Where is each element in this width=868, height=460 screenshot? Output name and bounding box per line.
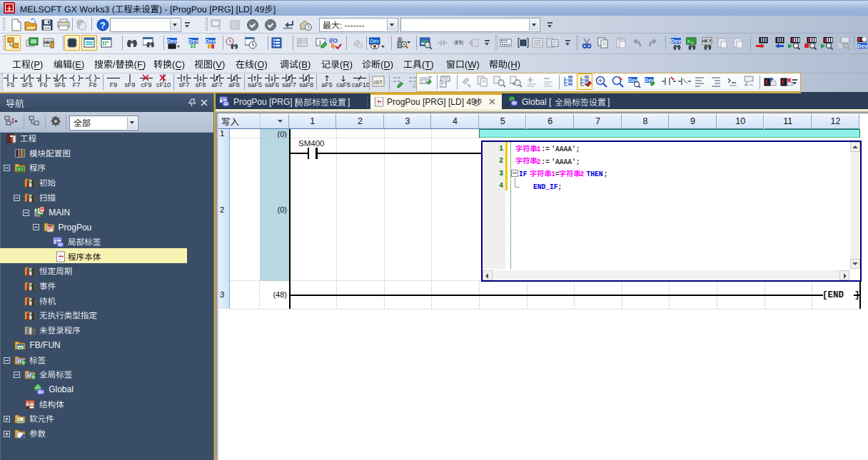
svg-text:IST: IST (374, 79, 383, 86)
svg-text:Dev: Dev (857, 43, 868, 49)
svg-text:Dev: Dev (167, 38, 178, 44)
svg-text:HKY: HKY (702, 39, 712, 44)
svg-text:I: I (318, 39, 322, 46)
svg-text:Dev: Dev (370, 39, 379, 44)
svg-text:Dev: Dev (206, 38, 216, 44)
svg-text:Dev: Dev (671, 38, 682, 44)
svg-text:Dev: Dev (188, 38, 199, 44)
svg-text:I/O: I/O (329, 37, 338, 44)
svg-text:?: ? (100, 21, 105, 31)
